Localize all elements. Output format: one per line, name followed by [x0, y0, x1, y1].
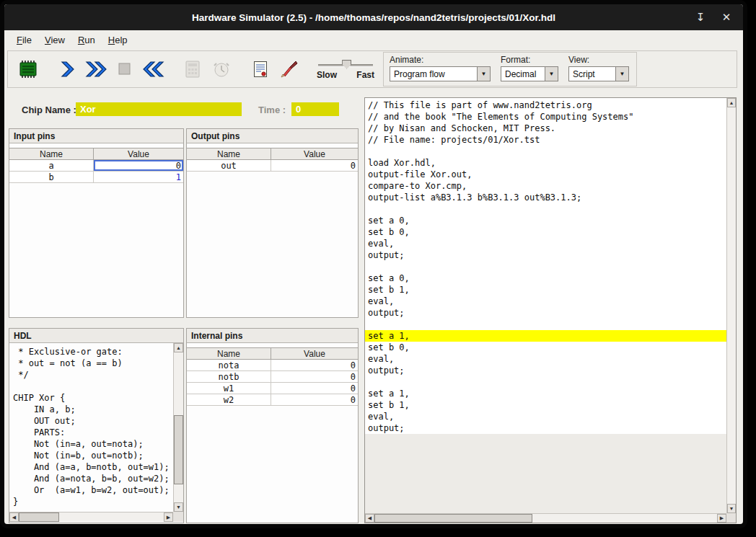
load-chip-button[interactable] — [14, 53, 43, 85]
run-button[interactable] — [82, 53, 110, 85]
column-header-value: Value — [271, 348, 358, 359]
slider-thumb[interactable] — [342, 60, 351, 69]
view-select[interactable]: Script ▼ — [568, 66, 629, 81]
scroll-down-icon[interactable]: ▼ — [727, 504, 736, 513]
pin-value-cell[interactable]: 1 — [94, 172, 183, 182]
code-line — [365, 376, 726, 388]
pin-name-cell[interactable]: a — [9, 160, 94, 171]
table-row[interactable]: w10 — [187, 383, 358, 394]
table-row[interactable]: notb0 — [187, 371, 358, 383]
clear-button[interactable] — [275, 53, 304, 85]
pin-name-cell[interactable]: w1 — [187, 383, 271, 394]
pin-value-cell[interactable]: 0 — [271, 383, 358, 394]
titlebar: Hardware Simulator (2.5) - /home/thomas/… — [4, 4, 743, 30]
close-icon[interactable]: ✕ — [720, 11, 733, 24]
table-row[interactable]: w20 — [187, 394, 358, 406]
menu-view[interactable]: View — [38, 32, 71, 48]
script-horizontal-scrollbar[interactable]: ◀ ▶ — [365, 513, 726, 523]
chip-name-field[interactable]: Xor — [76, 102, 242, 116]
stop-button[interactable] — [110, 53, 139, 85]
scroll-down-icon[interactable]: ▼ — [174, 502, 183, 512]
internal-pins-title: Internal pins — [187, 329, 358, 343]
scrollbar-track[interactable] — [374, 514, 717, 523]
pin-value-cell[interactable]: 0 — [271, 160, 358, 171]
pin-value-cell[interactable]: 0 — [271, 371, 358, 382]
scrollbar-track[interactable] — [19, 512, 164, 522]
code-line: IN a, b; — [9, 404, 173, 415]
scrollbar-corner — [173, 512, 183, 522]
hdl-horizontal-scrollbar[interactable]: ◀ ▶ — [9, 512, 173, 522]
code-line: set b 0, — [365, 226, 726, 238]
chevron-down-icon[interactable]: ▼ — [545, 67, 558, 81]
calculator-icon — [184, 60, 201, 79]
scrollbar-track[interactable] — [174, 352, 183, 502]
minimize-icon[interactable]: ↧ — [694, 11, 707, 24]
table-row[interactable]: out0 — [187, 160, 358, 172]
scroll-right-icon[interactable]: ▶ — [717, 514, 726, 523]
scrollbar-thumb[interactable] — [174, 415, 183, 484]
table-header: Name Value — [187, 148, 358, 160]
code-line: output-file Xor.out, — [365, 169, 726, 180]
animate-select[interactable]: Program flow ▼ — [390, 66, 491, 81]
output-pins-body: Name Value out0 — [187, 143, 358, 316]
time-field: 0 — [291, 102, 339, 116]
pin-value-cell[interactable]: 0 — [271, 394, 358, 405]
slider-labels: Slow Fast — [317, 70, 374, 80]
column-header-name: Name — [187, 148, 271, 159]
scroll-up-icon[interactable]: ▲ — [174, 343, 183, 352]
clock-button[interactable] — [207, 53, 236, 85]
speed-slider[interactable]: Slow Fast — [317, 59, 374, 80]
script-highlighted-line: set a 1, — [365, 330, 726, 342]
load-script-button[interactable] — [246, 53, 275, 85]
pin-value-cell[interactable]: 0 — [271, 360, 358, 370]
code-line: Not (in=b, out=notb); — [9, 450, 173, 461]
slider-slow-label: Slow — [317, 70, 337, 80]
toolbar: Slow Fast Animate: Program flow ▼ Format… — [7, 50, 737, 88]
table-row[interactable]: b1 — [9, 172, 183, 183]
table-row[interactable]: a0 — [9, 160, 183, 172]
pin-name-cell[interactable]: notb — [187, 371, 271, 382]
column-header-value: Value — [94, 148, 183, 159]
pin-name-cell[interactable]: out — [187, 160, 271, 171]
scrollbar-track[interactable] — [727, 107, 736, 504]
chevron-down-icon[interactable]: ▼ — [615, 67, 628, 81]
pin-name-cell[interactable]: w2 — [187, 394, 271, 405]
scroll-left-icon[interactable]: ◀ — [9, 512, 19, 522]
menu-help[interactable]: Help — [102, 32, 134, 48]
chip-icon — [17, 59, 39, 79]
code-line: Or (a=w1, b=w2, out=out); — [9, 484, 173, 496]
chevron-down-icon[interactable]: ▼ — [477, 67, 490, 81]
script-panel[interactable]: // This file is part of www.nand2tetris.… — [364, 97, 737, 523]
slider-track[interactable] — [317, 59, 374, 70]
table-row[interactable]: nota0 — [187, 360, 358, 371]
scrollbar-thumb[interactable] — [19, 512, 59, 522]
hdl-body[interactable]: * Exclusive-or gate: * out = not (a == b… — [9, 343, 183, 522]
output-pins-rows: out0 — [187, 160, 358, 172]
scrollbar-thumb[interactable] — [374, 514, 532, 523]
scroll-right-icon[interactable]: ▶ — [164, 512, 173, 522]
fast-forward-icon — [85, 60, 107, 79]
code-line: set b 0, — [365, 342, 726, 353]
hdl-title: HDL — [9, 329, 183, 343]
script-vertical-scrollbar[interactable]: ▲ ▼ — [726, 98, 736, 513]
code-line: // File name: projects/01/Xor.tst — [365, 134, 726, 146]
code-line: eval, — [365, 238, 726, 249]
reset-button[interactable] — [139, 53, 168, 85]
view-value: Script — [569, 67, 615, 81]
calculator-button[interactable] — [178, 53, 207, 85]
format-select[interactable]: Decimal ▼ — [501, 66, 558, 81]
menu-file[interactable]: File — [10, 32, 38, 48]
scroll-left-icon[interactable]: ◀ — [365, 514, 374, 523]
hdl-code: * Exclusive-or gate: * out = not (a == b… — [9, 343, 173, 512]
column-header-value: Value — [271, 148, 358, 159]
pin-name-cell[interactable]: nota — [187, 360, 271, 370]
menu-run[interactable]: Run — [71, 32, 102, 48]
single-step-button[interactable] — [53, 53, 82, 85]
table-header: Name Value — [9, 148, 183, 160]
animate-combo-stack: Animate: Program flow ▼ — [390, 55, 491, 81]
scroll-up-icon[interactable]: ▲ — [727, 98, 736, 107]
script-lines[interactable]: // This file is part of www.nand2tetris.… — [365, 98, 726, 434]
pin-value-cell[interactable]: 0 — [94, 160, 183, 171]
hdl-vertical-scrollbar[interactable]: ▲ ▼ — [173, 343, 183, 512]
pin-name-cell[interactable]: b — [9, 172, 94, 182]
